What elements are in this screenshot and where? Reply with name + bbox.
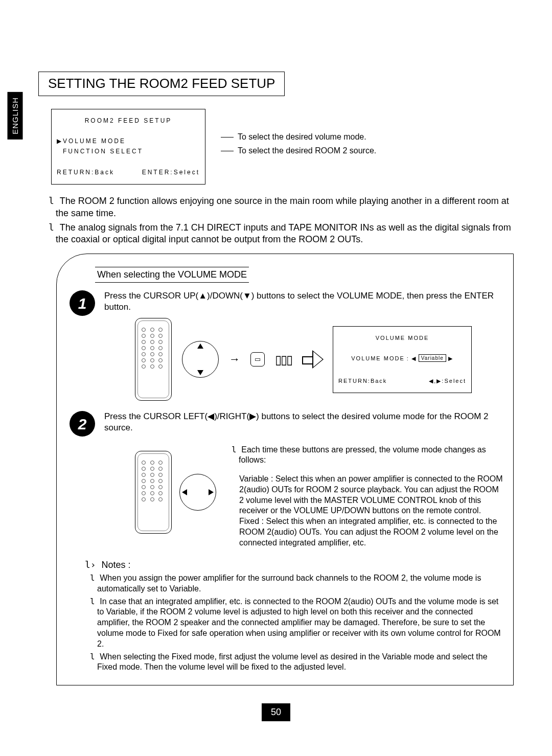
step-2: 2 Press the CURSOR LEFT(◀)/RIGHT(▶) butt… [70, 411, 503, 548]
mode-variable-def: Variable : Select this when an power amp… [239, 474, 503, 516]
enter-button-icon: ▭ [250, 352, 265, 366]
osd-footer-select: ENTER:Select [142, 169, 200, 177]
step-1: 1 Press the CURSOR UP(▲)/DOWN(▼) buttons… [70, 290, 503, 401]
triangle-right-icon [209, 489, 214, 495]
step-2-text: Press the CURSOR LEFT(◀)/RIGHT(▶) button… [104, 411, 503, 433]
arrow-right-icon: → [229, 352, 240, 367]
osd2-row-label: VOLUME MODE [351, 355, 405, 362]
leader-line [221, 151, 234, 151]
section-title: SETTING THE ROOM2 FEED SETUP [38, 72, 285, 96]
osd2-title: VOLUME MODE [338, 334, 466, 341]
transition-icon: ▯▯▯ [275, 352, 292, 368]
subsection-header: When selecting the VOLUME MODE [95, 267, 249, 283]
remote-icon [135, 451, 172, 534]
osd-item-function-select: FUNCTION SELECT [63, 148, 143, 155]
note-item: When you assign the power amplifier for … [97, 573, 503, 594]
note-item: When selecting the Fixed mode, first adj… [97, 652, 503, 673]
osd-item-volume-mode: VOLUME MODE [63, 138, 126, 145]
cursor-icon: ▶ [57, 138, 63, 146]
step-number-badge: 2 [70, 411, 95, 437]
step-1-text: Press the CURSOR UP(▲)/DOWN(▼) buttons t… [104, 290, 503, 313]
osd2-row-value: Variable [419, 354, 446, 362]
triangle-left-icon [182, 489, 187, 495]
remote-icon [135, 318, 172, 401]
osd-screen-volume-mode: VOLUME MODE VOLUME MODE : ◀ Variable ▶ R… [333, 326, 472, 393]
osd-footer-back: RETURN:Back [57, 169, 114, 177]
notes-header: Notes : [85, 559, 503, 571]
osd2-row-sep: : [407, 355, 409, 362]
osd-screen-main: ROOM2 FEED SETUP ▶VOLUME MODE FUNCTION S… [51, 109, 205, 185]
note-item: In case that an integrated amplifier, et… [97, 597, 503, 650]
label-volume-mode: To select the desired volume mode. [238, 132, 366, 141]
label-function-select: To select the desired ROOM 2 source. [238, 146, 376, 155]
leader-line [221, 137, 234, 138]
intro-bullet: The ROOM 2 function allows enjoying one … [56, 195, 514, 219]
step-number-badge: 1 [70, 290, 95, 316]
cursor-pad-icon [179, 474, 216, 511]
big-arrow-icon [302, 352, 323, 367]
osd2-footer-back: RETURN:Back [338, 377, 387, 384]
cursor-pad-icon [182, 341, 219, 378]
osd2-footer-select: ◀,▶:Select [429, 377, 466, 384]
osd-title: ROOM2 FEED SETUP [57, 117, 200, 125]
triangle-left-icon: ◀ [411, 355, 417, 362]
triangle-up-icon [197, 343, 203, 349]
steps-container: When selecting the VOLUME MODE 1 Press t… [56, 254, 514, 686]
triangle-right-icon: ▶ [448, 355, 453, 362]
page-number: 50 [262, 703, 290, 721]
step2-intro: Each time these buttons are pressed, the… [239, 445, 503, 466]
triangle-down-icon [197, 370, 203, 375]
intro-bullet: The analog signals from the 7.1 CH DIREC… [56, 221, 514, 246]
mode-fixed-def: Fixed : Select this when an integrated a… [239, 516, 503, 548]
